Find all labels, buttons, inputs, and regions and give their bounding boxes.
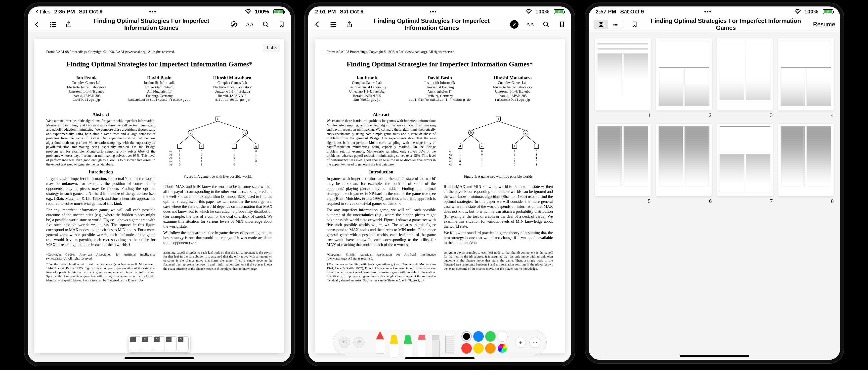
text-size-icon[interactable]: AA (526, 20, 534, 29)
svg-rect-95 (599, 25, 600, 26)
svg-text:g: g (536, 145, 537, 148)
battery-icon: ⚡ (273, 9, 284, 14)
pen-tool[interactable] (375, 331, 385, 353)
multitask-dots[interactable] (705, 11, 724, 12)
page-indicator: 1 of 8 (263, 44, 280, 52)
svg-line-10 (245, 135, 256, 144)
undo-button[interactable] (339, 337, 350, 348)
page-thumb-label: 6 (656, 198, 712, 204)
status-bar: 2:57 PM Sat Oct 9 100% ⚡ (589, 6, 840, 17)
share-icon[interactable] (345, 20, 353, 29)
page-thumb-7[interactable] (717, 124, 773, 196)
markup-icon[interactable] (230, 20, 238, 29)
markup-icon-active[interactable] (510, 20, 519, 29)
lasso-tool[interactable] (431, 335, 441, 357)
page-thumb-5[interactable] (595, 124, 651, 196)
document-viewport[interactable]: From: AAAI-98 Proceedings. Copyright © 1… (308, 32, 571, 362)
svg-text:1: 1 (536, 156, 537, 160)
svg-text:c: c (525, 131, 526, 134)
view-toggle[interactable] (594, 20, 623, 29)
battery-icon: ⚡ (822, 9, 833, 14)
svg-line-7 (180, 135, 191, 144)
list-view[interactable] (608, 20, 623, 29)
page-thumb-label: 1 (595, 112, 651, 118)
app-switcher-preview[interactable] (128, 335, 190, 352)
svg-text:w₅: w₅ (169, 163, 172, 166)
resume-button[interactable]: Resume (813, 21, 835, 28)
page-thumb-6[interactable] (656, 124, 712, 196)
figure-1-caption: Figure 1: A game tree with five possible… (163, 174, 273, 179)
svg-text:1: 1 (481, 159, 483, 163)
toolbar: Finding Optimal Strategies For Imperfect… (308, 17, 571, 32)
status-date: Sat Oct 9 (79, 8, 102, 15)
swatch-picker[interactable] (497, 343, 507, 353)
svg-text:a: a (217, 117, 219, 121)
page-thumb-4[interactable] (778, 38, 834, 111)
swatch-green[interactable] (485, 331, 496, 342)
swatch-orange[interactable] (485, 343, 496, 353)
svg-text:1: 1 (201, 163, 202, 166)
swatch-red[interactable] (461, 343, 472, 353)
svg-text:e: e (201, 145, 202, 148)
ipad-device-middle: 2:51 PM Sat Oct 9 100% ⚡ (304, 2, 575, 366)
svg-text:g: g (255, 145, 257, 148)
status-time: 2:57 PM (595, 8, 616, 15)
share-icon[interactable] (65, 20, 73, 29)
document-viewport[interactable]: 1 of 8 From: AAAI-98 Proceedings. Copyri… (28, 32, 291, 362)
svg-text:w₃: w₃ (449, 156, 453, 160)
svg-text:0: 0 (514, 156, 515, 160)
svg-rect-93 (599, 22, 600, 24)
swatch-blue[interactable] (473, 331, 484, 342)
search-icon[interactable] (261, 20, 270, 29)
home-indicator[interactable] (125, 357, 194, 359)
page-thumb-1[interactable] (595, 38, 651, 111)
svg-text:c: c (245, 131, 246, 134)
doc-title: Finding Optimal Strategies For Imperfect… (80, 18, 223, 31)
swatch-black[interactable] (461, 331, 472, 342)
ruler-tool[interactable] (444, 335, 455, 357)
svg-line-8 (191, 135, 202, 144)
svg-text:1: 1 (179, 156, 181, 160)
bookmark-icon[interactable] (558, 20, 566, 29)
page-thumb-8[interactable] (778, 124, 834, 196)
svg-text:0: 0 (255, 149, 257, 153)
multitask-dots[interactable] (149, 11, 169, 12)
right-col-p1: If both MAX and MIN know the world to be… (163, 184, 273, 229)
svg-text:0: 0 (201, 149, 202, 153)
more-button[interactable]: ⋯ (529, 337, 540, 348)
svg-text:e: e (481, 145, 483, 148)
toc-icon[interactable] (329, 20, 338, 29)
swatch-yellow[interactable] (473, 343, 484, 353)
color-swatches[interactable] (461, 331, 507, 353)
right-col-fn: assigning payoff n-tuples to each leaf n… (163, 251, 273, 271)
svg-text:1: 1 (481, 156, 483, 160)
svg-text:1: 1 (179, 149, 181, 153)
multitask-dots[interactable] (430, 11, 450, 12)
highlighter-green[interactable] (403, 335, 413, 357)
swatch-white[interactable] (497, 331, 507, 342)
home-indicator[interactable] (680, 355, 749, 357)
add-button[interactable]: ＋ (515, 337, 526, 348)
markup-palette[interactable]: ＋ ⋯ (333, 330, 547, 355)
highlighter-yellow[interactable] (389, 335, 399, 357)
search-icon[interactable] (542, 20, 550, 29)
page-thumb-label: 4 (778, 112, 834, 118)
bookmark-icon[interactable] (630, 20, 639, 29)
home-indicator[interactable] (405, 357, 474, 359)
text-size-icon[interactable]: AA (246, 20, 254, 29)
back-to-app[interactable]: Files (35, 9, 50, 15)
bookmark-icon[interactable] (277, 20, 286, 29)
page-thumb-3[interactable] (717, 38, 773, 111)
thumbnail-grid-area[interactable]: 12345678 (589, 32, 840, 360)
redo-button[interactable] (353, 337, 364, 348)
abstract-body: We examine three heuristic algorithms fo… (46, 119, 155, 167)
back-icon[interactable] (313, 20, 322, 29)
grid-view[interactable] (594, 20, 608, 29)
svg-text:1: 1 (536, 163, 537, 166)
back-icon[interactable] (33, 20, 41, 29)
svg-text:1: 1 (234, 149, 235, 153)
svg-text:0: 0 (179, 159, 181, 163)
toc-icon[interactable] (49, 20, 57, 29)
page-thumb-2[interactable] (656, 38, 712, 111)
eraser-tool[interactable] (416, 335, 427, 357)
